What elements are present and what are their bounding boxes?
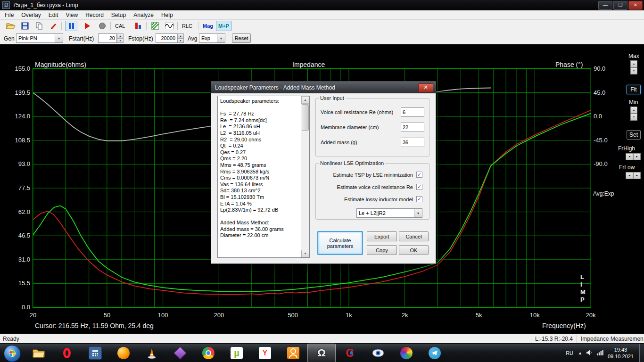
dialog-close-button[interactable]: ✕ xyxy=(418,83,433,92)
spin-up-icon[interactable]: ▲ xyxy=(630,107,637,114)
network-icon[interactable] xyxy=(597,350,603,356)
window-titlebar[interactable]: Ω 75гдн_1_без груза - Limp — ❐ ✕ xyxy=(0,0,644,10)
max-spinner[interactable]: ▲▼ xyxy=(630,60,637,74)
taskbar-utorrent[interactable]: µ xyxy=(223,344,251,362)
parameters-scrollbar[interactable]: ▲ ▼ xyxy=(301,96,309,257)
inductor-model-select[interactable]: Le + L2||R2 ▼ xyxy=(356,208,422,218)
menu-analyze[interactable]: Analyze xyxy=(130,11,157,19)
maximize-button[interactable]: ❐ xyxy=(613,1,627,10)
show-desktop-button[interactable] xyxy=(639,344,644,362)
avg-select[interactable]: Exp ▼ xyxy=(199,33,225,43)
dialog-titlebar[interactable]: Loudspeaker Parameters - Added Mass Meth… xyxy=(211,82,436,93)
scroll-up-button[interactable]: ▲ xyxy=(301,96,309,104)
cancel-button[interactable]: Cancel xyxy=(399,231,429,241)
play-button[interactable] xyxy=(81,21,93,31)
copy-button[interactable] xyxy=(33,21,45,31)
frlow-spinner[interactable]: ◄► xyxy=(626,172,641,179)
save-button[interactable] xyxy=(19,21,31,31)
pen-tool-button[interactable] xyxy=(47,21,59,31)
spin-up-icon[interactable]: ▲ xyxy=(117,33,124,38)
menu-view[interactable]: View xyxy=(62,11,82,19)
fstop-spinner[interactable]: ▲▼ xyxy=(177,33,184,43)
spin-down-icon[interactable]: ▼ xyxy=(630,114,637,121)
taskbar-yandex[interactable]: Y xyxy=(251,344,279,362)
menu-help[interactable]: Help xyxy=(157,11,177,19)
menu-record[interactable]: Record xyxy=(82,11,107,19)
fstop-input[interactable] xyxy=(156,33,177,43)
fstop-stepper[interactable]: ▲▼ xyxy=(156,33,184,43)
taskbar-telegram[interactable] xyxy=(421,344,449,362)
generator-button[interactable] xyxy=(149,21,161,31)
set-button[interactable]: Set xyxy=(627,130,641,140)
taskbar-eye-app[interactable] xyxy=(364,344,392,362)
chevron-up-icon[interactable]: ▲ xyxy=(578,351,582,355)
x-tick-label: 500 xyxy=(281,312,305,319)
spectrum-button[interactable] xyxy=(132,21,144,31)
spin-down-icon[interactable]: ▼ xyxy=(630,67,637,74)
mag-phase-button[interactable]: M+P xyxy=(216,21,231,31)
spin-up-icon[interactable]: ▲ xyxy=(177,33,184,38)
estimate-re-label: Estimate voice coil resistance Re xyxy=(337,184,413,190)
menu-setup[interactable]: Setup xyxy=(107,11,130,19)
taskbar-gem-app[interactable] xyxy=(166,344,194,362)
estimate-inductor-checkbox[interactable] xyxy=(416,196,422,202)
start-button[interactable] xyxy=(4,345,21,362)
taskbar-firefox[interactable] xyxy=(109,344,138,362)
opera-icon xyxy=(63,348,71,358)
taskbar-calculator[interactable] xyxy=(81,344,109,362)
copy-button-dialog[interactable]: Copy xyxy=(367,245,397,255)
scroll-thumb[interactable] xyxy=(302,104,309,131)
spin-up-icon[interactable]: ▲ xyxy=(630,60,637,67)
min-spinner[interactable]: ▲▼ xyxy=(630,107,637,121)
fit-button[interactable]: Fit xyxy=(627,85,641,94)
mag-button[interactable]: Mag xyxy=(201,21,215,31)
menu-edit[interactable]: Edit xyxy=(45,11,62,19)
frhigh-spinner[interactable]: ◄► xyxy=(626,153,641,160)
added-mass-field[interactable] xyxy=(401,138,424,147)
taskbar-opera[interactable] xyxy=(53,344,81,362)
taskbar-arta[interactable]: C xyxy=(336,344,364,362)
taskbar-color-sphere[interactable] xyxy=(392,344,421,362)
clock[interactable]: 19:43 09.10.2021 xyxy=(608,346,634,360)
language-indicator[interactable]: RU xyxy=(566,350,573,356)
volume-icon[interactable] xyxy=(586,350,593,356)
minimize-button[interactable]: — xyxy=(598,1,612,10)
fstart-spinner[interactable]: ▲▼ xyxy=(117,33,124,43)
window-title: 75гдн_1_без груза - Limp xyxy=(13,2,78,8)
spin-down-icon[interactable]: ▼ xyxy=(177,38,184,43)
pause-button[interactable] xyxy=(65,21,77,31)
menu-overlay[interactable]: Overlay xyxy=(17,11,44,19)
sine-button[interactable] xyxy=(163,21,175,31)
parameters-text-box[interactable]: Loudspeaker parameters: Fs = 27.78 Hz Re… xyxy=(217,96,310,258)
spin-right-icon[interactable]: ► xyxy=(633,172,641,179)
max-label: Max xyxy=(628,53,639,59)
taskbar-vlc[interactable] xyxy=(138,344,166,362)
scroll-down-button[interactable]: ▼ xyxy=(301,250,309,257)
close-button[interactable]: ✕ xyxy=(628,1,643,10)
ok-button[interactable]: OK xyxy=(399,245,429,255)
spin-left-icon[interactable]: ◄ xyxy=(626,172,633,179)
fstart-stepper[interactable]: ▲▼ xyxy=(98,33,124,43)
generator-type-select[interactable]: Pink PN ▼ xyxy=(16,33,63,43)
record-button[interactable] xyxy=(96,21,108,31)
spin-right-icon[interactable]: ► xyxy=(633,153,641,160)
diameter-field[interactable] xyxy=(401,123,424,132)
open-icon xyxy=(6,22,16,30)
taskbar-explorer[interactable] xyxy=(25,344,53,362)
re-field[interactable] xyxy=(401,107,424,117)
calculate-parameters-button[interactable]: Calculate parameters xyxy=(317,231,363,255)
taskbar-chrome[interactable] xyxy=(194,344,223,362)
rlc-button[interactable]: RLC xyxy=(180,21,194,31)
fstart-input[interactable] xyxy=(98,33,117,43)
export-button[interactable]: Export xyxy=(367,231,397,241)
open-button[interactable] xyxy=(5,21,17,31)
spin-down-icon[interactable]: ▼ xyxy=(117,38,124,43)
taskbar-odnoklassniki[interactable] xyxy=(279,344,307,362)
estimate-re-checkbox[interactable] xyxy=(416,184,422,190)
taskbar-limp[interactable]: Ω xyxy=(307,344,336,362)
reset-button[interactable]: Reset xyxy=(232,33,251,43)
spin-left-icon[interactable]: ◄ xyxy=(626,153,633,160)
cal-button[interactable]: CAL xyxy=(113,21,127,31)
menu-file[interactable]: File xyxy=(1,11,17,19)
estimate-tsp-checkbox[interactable] xyxy=(416,172,422,178)
